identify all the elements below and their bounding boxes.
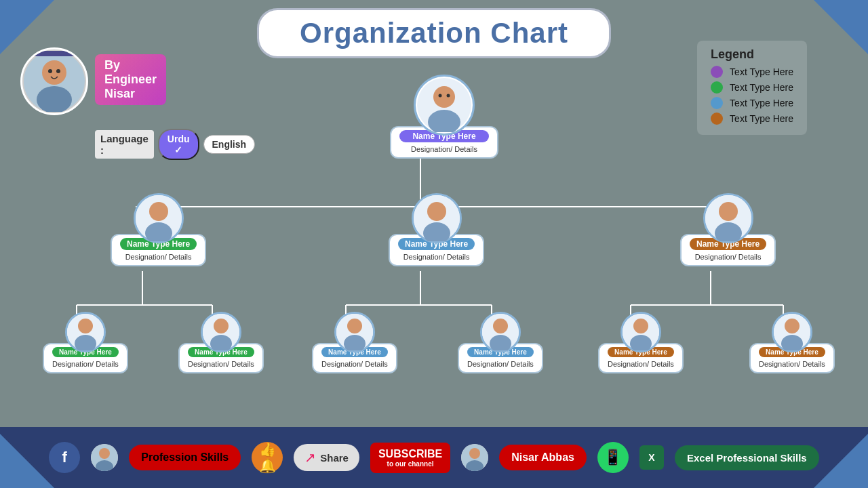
- legend-dot-brown: [711, 113, 723, 125]
- profession-skills-button[interactable]: Profession Skills: [129, 445, 241, 470]
- node-rl: Name Type Here Designation/ Details: [598, 312, 684, 373]
- node-mid-center-detail: Designation/ Details: [398, 251, 475, 262]
- legend-text-1: Text Type Here: [730, 66, 793, 77]
- svg-point-47: [493, 319, 508, 333]
- node-root: Name Type Here Designation/ Details: [390, 75, 498, 159]
- node-cl: Name Type Here Designation/ Details: [312, 312, 397, 373]
- share-label: Share: [320, 452, 349, 464]
- legend-item-3: Text Type Here: [711, 97, 793, 109]
- urdu-button[interactable]: Urdu ✓: [158, 129, 199, 160]
- node-root-circle: [414, 75, 475, 136]
- svg-point-38: [78, 319, 93, 333]
- title-box: Organization Chart: [257, 8, 611, 58]
- node-root-detail: Designation/ Details: [399, 144, 489, 155]
- node-cl-circle: [334, 312, 375, 352]
- language-row: Language : Urdu ✓ English: [95, 129, 255, 160]
- by-engineer-label: By Engineer Nisar: [95, 54, 166, 105]
- node-ll: Name Type Here Designation/ Details: [43, 312, 128, 373]
- corner-bl-decoration: [0, 434, 54, 488]
- svg-point-35: [719, 202, 738, 221]
- legend-item-4: Text Type Here: [711, 113, 793, 125]
- node-rr-detail: Designation/ Details: [759, 359, 825, 369]
- channel-label: to our channel: [387, 460, 434, 468]
- node-mid-right-detail: Designation/ Details: [690, 251, 766, 262]
- avatar: [20, 47, 88, 115]
- node-mid-left: Name Type Here Designation/ Details: [111, 193, 206, 266]
- corner-br-decoration: [814, 434, 868, 488]
- legend-dot-blue: [711, 97, 723, 109]
- node-mid-right-circle: [703, 193, 753, 243]
- svg-point-1: [42, 60, 66, 85]
- node-mid-center-circle: [412, 193, 462, 243]
- node-rl-detail: Designation/ Details: [608, 359, 674, 369]
- legend: Legend Text Type Here Text Type Here Tex…: [697, 41, 807, 135]
- excel-skills-button[interactable]: Excel Professional Skills: [675, 445, 819, 470]
- corner-tr-decoration: [814, 0, 868, 54]
- svg-point-3: [48, 69, 52, 73]
- page-title: Organization Chart: [300, 17, 568, 49]
- left-panel: By Engineer Nisar Language : Urdu ✓ Engl…: [20, 47, 88, 115]
- node-mid-left-detail: Designation/ Details: [120, 251, 197, 262]
- legend-item-2: Text Type Here: [711, 81, 793, 94]
- node-lr-detail: Designation/ Details: [188, 359, 254, 369]
- nisar-avatar: [461, 444, 488, 471]
- english-button[interactable]: English: [203, 135, 256, 154]
- node-ll-circle: [65, 312, 106, 352]
- svg-point-59: [469, 448, 480, 459]
- node-mid-center: Name Type Here Designation/ Details: [389, 193, 484, 266]
- svg-point-27: [447, 94, 450, 98]
- legend-item-1: Text Type Here: [711, 66, 793, 78]
- node-cl-detail: Designation/ Details: [321, 359, 388, 369]
- node-rl-circle: [620, 312, 661, 352]
- node-ll-detail: Designation/ Details: [52, 359, 119, 369]
- language-label: Language :: [95, 130, 154, 159]
- svg-point-50: [633, 319, 648, 333]
- node-cr-detail: Designation/ Details: [467, 359, 534, 369]
- legend-text-4: Text Type Here: [730, 113, 793, 124]
- node-mid-left-circle: [134, 193, 184, 243]
- node-rr: Name Type Here Designation/ Details: [749, 312, 835, 373]
- svg-point-53: [785, 319, 800, 333]
- bottom-avatar: [91, 444, 118, 471]
- legend-dot-purple: [711, 66, 723, 78]
- svg-point-24: [433, 86, 455, 108]
- node-lr-circle: [201, 312, 241, 352]
- nisar-abbas-button[interactable]: Nisar Abbas: [499, 445, 587, 470]
- legend-text-2: Text Type Here: [730, 82, 793, 93]
- share-button[interactable]: ↗ Share: [294, 444, 359, 471]
- svg-point-29: [149, 202, 168, 221]
- svg-point-32: [427, 202, 446, 221]
- svg-point-26: [439, 94, 442, 98]
- legend-dot-green: [711, 81, 723, 94]
- subscribe-label: SUBSCRIBE: [378, 448, 442, 460]
- legend-text-3: Text Type Here: [730, 98, 793, 108]
- node-mid-right: Name Type Here Designation/ Details: [680, 193, 776, 266]
- node-cr-circle: [480, 312, 521, 352]
- legend-title: Legend: [711, 47, 793, 62]
- node-rr-circle: [772, 312, 812, 352]
- excel-icon: X: [639, 445, 664, 470]
- svg-point-44: [347, 319, 362, 333]
- like-bell-icon[interactable]: 👍🔔: [252, 442, 283, 473]
- node-lr: Name Type Here Designation/ Details: [178, 312, 264, 373]
- bottom-bar: f Profession Skills 👍🔔 ↗ Share SUBSCRIBE…: [0, 427, 868, 488]
- node-cr: Name Type Here Designation/ Details: [458, 312, 543, 373]
- svg-point-4: [56, 69, 60, 73]
- share-icon: ↗: [304, 449, 316, 466]
- youtube-button[interactable]: SUBSCRIBE to our channel: [370, 443, 450, 473]
- svg-point-41: [214, 319, 229, 333]
- corner-tl-decoration: [0, 0, 54, 54]
- whatsapp-icon[interactable]: 📱: [597, 442, 629, 473]
- svg-point-56: [99, 448, 110, 459]
